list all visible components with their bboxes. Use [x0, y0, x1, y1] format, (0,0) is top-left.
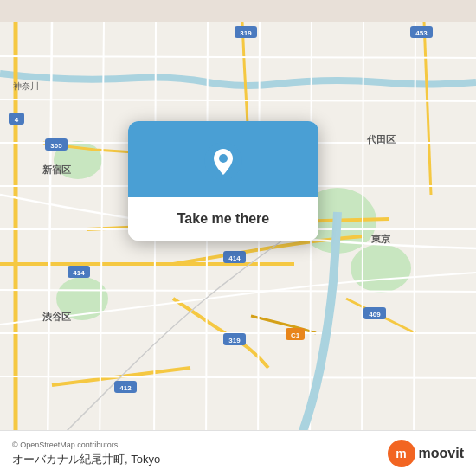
- svg-point-4: [351, 244, 411, 293]
- bottom-bar: © OpenStreetMap contributors オーバカナル紀尾井町,…: [0, 430, 476, 476]
- svg-text:渋谷区: 渋谷区: [42, 312, 71, 322]
- svg-text:414: 414: [228, 254, 241, 262]
- moovit-icon: m: [388, 440, 415, 467]
- popup-card: Take me there: [128, 121, 318, 241]
- location-pin-icon: [204, 142, 242, 180]
- moovit-logo: m moovit: [388, 440, 464, 467]
- bottom-info: © OpenStreetMap contributors オーバカナル紀尾井町,…: [12, 441, 160, 467]
- svg-text:新宿区: 新宿区: [42, 164, 71, 175]
- svg-text:代田区: 代田区: [366, 134, 396, 145]
- svg-text:305: 305: [50, 142, 62, 150]
- svg-text:東京: 東京: [371, 234, 391, 244]
- location-label: オーバカナル紀尾井町, Tokyo: [12, 452, 160, 467]
- svg-text:414: 414: [73, 269, 85, 277]
- popup-header: [128, 121, 318, 197]
- svg-text:319: 319: [228, 337, 241, 344]
- osm-attribution: © OpenStreetMap contributors: [12, 441, 160, 449]
- take-me-there-button[interactable]: Take me there: [128, 197, 318, 241]
- svg-text:4: 4: [15, 116, 19, 124]
- moovit-text: moovit: [419, 446, 464, 461]
- map-container: 4 414 414 319 412 20 305 319 453 C1 409 …: [0, 0, 476, 476]
- svg-text:453: 453: [415, 29, 428, 37]
- svg-text:409: 409: [369, 311, 381, 318]
- svg-text:神奈川: 神奈川: [13, 81, 39, 91]
- svg-point-51: [219, 154, 228, 163]
- svg-text:412: 412: [119, 384, 132, 392]
- svg-text:319: 319: [240, 29, 252, 37]
- svg-text:C1: C1: [291, 331, 300, 339]
